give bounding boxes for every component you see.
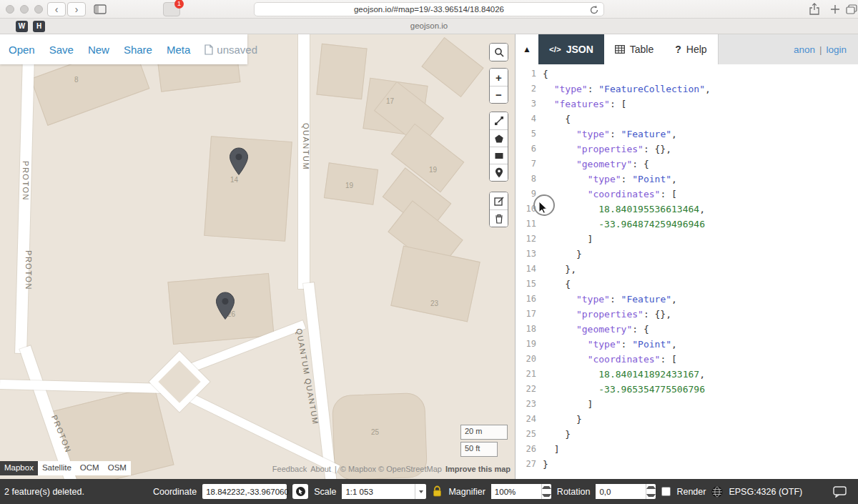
code-line: 2 "type": "FeatureCollection", <box>516 81 858 97</box>
messages-bubble-icon[interactable] <box>833 486 847 498</box>
tab-json[interactable]: </> JSON <box>538 34 604 64</box>
line-number: 17 <box>516 307 543 322</box>
extents-toggle-button[interactable] <box>292 484 308 499</box>
code-line: 13 } <box>516 247 858 262</box>
basemap-switcher: Mapbox Satellite OCM OSM <box>0 461 131 475</box>
crs-status-button[interactable]: EPSG:4326 (OTF) <box>729 487 802 497</box>
menu-meta[interactable]: Meta <box>167 44 190 56</box>
tab-help-label: Help <box>686 44 707 55</box>
menu-new[interactable]: New <box>88 44 109 56</box>
scale-combobox[interactable]: 1:1 053 <box>342 484 426 499</box>
draw-tools <box>489 112 508 182</box>
code-text: "type": "Feature", <box>543 127 677 142</box>
share-button[interactable] <box>807 2 822 16</box>
new-tab-button[interactable] <box>827 2 843 16</box>
draw-rectangle-button[interactable] <box>490 147 508 164</box>
layer-osm[interactable]: OSM <box>104 461 131 475</box>
editor-panel: ▲ </> JSON Table ? Help anon <box>515 34 858 479</box>
panel-header: ▲ </> JSON Table ? Help anon <box>516 34 858 64</box>
copyright-links[interactable]: © Mapbox © OpenStreetMap <box>340 465 442 473</box>
draw-polygon-button[interactable] <box>490 129 508 147</box>
magnifier-spin-buttons[interactable] <box>541 484 551 499</box>
about-link[interactable]: About <box>310 465 331 473</box>
json-editor[interactable]: 1{2 "type": "FeatureCollection",3 "featu… <box>516 64 858 479</box>
zoom-window-button[interactable] <box>34 5 43 14</box>
forward-button[interactable]: › <box>67 2 86 16</box>
code-icon: </> <box>549 45 561 54</box>
window-controls[interactable] <box>6 5 43 14</box>
plus-icon <box>830 4 840 14</box>
delete-button[interactable] <box>490 209 508 227</box>
auth-area: anon | login <box>718 34 858 64</box>
lock-scale-icon[interactable] <box>432 485 443 498</box>
code-line: 17 "properties": {}, <box>516 307 858 322</box>
edit-tools <box>489 192 508 227</box>
menu-share[interactable]: Share <box>124 44 152 56</box>
back-button[interactable]: ‹ <box>47 2 66 16</box>
layer-ocm[interactable]: OCM <box>76 461 104 475</box>
code-text: "type": "Point", <box>543 172 677 187</box>
zoom-out-button[interactable]: − <box>490 86 508 103</box>
code-text: }, <box>543 262 576 277</box>
share-icon <box>809 3 820 16</box>
collapse-panel-button[interactable]: ▲ <box>516 34 538 64</box>
menu-save[interactable]: Save <box>49 44 74 56</box>
magnifier-spinbox[interactable]: 100% <box>491 484 551 499</box>
map-marker[interactable] <box>229 147 249 176</box>
file-icon <box>204 44 213 55</box>
map-marker[interactable] <box>215 292 235 320</box>
tab-help[interactable]: ? Help <box>664 34 717 64</box>
reload-icon[interactable] <box>589 5 599 15</box>
rotation-spinbox[interactable]: 0,0 <box>596 484 656 499</box>
layer-satellite[interactable]: Satellite <box>38 461 76 475</box>
scale-dropdown-arrow[interactable] <box>415 484 426 499</box>
line-number: 1 <box>516 66 543 81</box>
tab-overview-button[interactable] <box>844 2 858 16</box>
line-number: 3 <box>516 97 543 112</box>
minimize-window-button[interactable] <box>20 5 29 14</box>
scalebar-metric: 20 m <box>460 425 508 440</box>
zoom-in-button[interactable]: + <box>490 69 508 86</box>
line-number: 27 <box>516 457 543 472</box>
map-canvas[interactable]: PROTON PROTON PROTON QUANTUM QUANTUM QUA… <box>0 34 515 479</box>
extension-button[interactable]: 1 <box>163 2 180 16</box>
address-bar[interactable]: geojson.io/#map=19/-33.96514/18.84026 <box>254 2 604 16</box>
layer-mapbox[interactable]: Mapbox <box>0 461 38 475</box>
scalebar-imperial: 50 ft <box>460 442 498 457</box>
browser-tab[interactable]: geojson.io <box>0 21 858 30</box>
draw-marker-button[interactable] <box>490 164 508 181</box>
feedback-link[interactable]: Feedback <box>272 465 307 473</box>
coordinate-input[interactable]: 18.842232,-33.967060 <box>202 484 287 499</box>
search-button[interactable] <box>490 44 508 61</box>
menu-open[interactable]: Open <box>9 44 35 56</box>
render-label: Render <box>676 487 706 497</box>
code-text: ] <box>543 232 593 247</box>
edit-button[interactable] <box>490 192 508 209</box>
rotation-spin-buttons[interactable] <box>646 484 656 499</box>
building-number: 19 <box>345 182 353 189</box>
code-line: 18 "geometry": { <box>516 322 858 337</box>
line-number: 18 <box>516 322 543 337</box>
improve-map-link[interactable]: Improve this map <box>445 465 511 473</box>
login-link[interactable]: login <box>826 44 847 55</box>
code-line: 10 18.840195536613464, <box>516 202 858 217</box>
code-line: 15 { <box>516 277 858 292</box>
close-window-button[interactable] <box>6 5 14 14</box>
code-line: 24 } <box>516 412 858 427</box>
scale-value: 1:1 053 <box>342 484 415 499</box>
sidebar-toggle-button[interactable] <box>90 2 110 16</box>
anon-link[interactable]: anon <box>794 44 815 55</box>
status-message: 2 feature(s) deleted. <box>4 487 147 497</box>
render-checkbox[interactable] <box>661 487 671 496</box>
tab-table[interactable]: Table <box>604 34 664 64</box>
edit-icon <box>494 196 504 206</box>
crs-globe-icon[interactable] <box>711 486 723 498</box>
code-line: 1{ <box>516 66 858 81</box>
building-number: 17 <box>386 97 394 105</box>
line-number: 2 <box>516 81 543 97</box>
building-number: 19 <box>429 166 437 174</box>
draw-line-button[interactable] <box>490 112 508 129</box>
code-text: } <box>543 412 582 427</box>
code-text: } <box>543 457 548 472</box>
line-number: 19 <box>516 337 543 352</box>
